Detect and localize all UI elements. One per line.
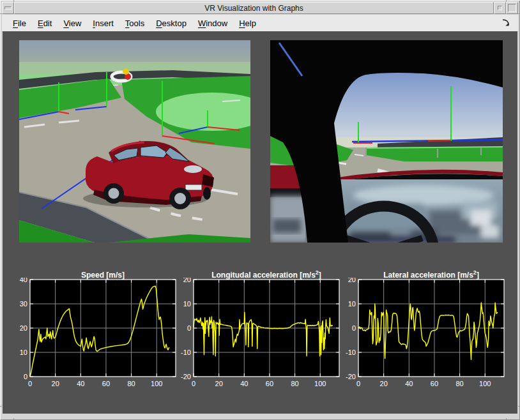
vr-scene-exterior[interactable] <box>19 40 250 243</box>
title-row: VR Visualization with Graphs <box>2 2 518 14</box>
window-title: VR Visualization with Graphs <box>204 4 303 13</box>
menu-item-insert[interactable]: Insert <box>93 19 114 28</box>
maximize-button[interactable] <box>506 2 518 14</box>
y-tick-label: -20 <box>181 373 191 380</box>
driver-scene-image <box>270 40 503 243</box>
menu-item-edit[interactable]: Edit <box>38 19 52 28</box>
x-tick-label: 80 <box>127 380 135 387</box>
menu-item-tools[interactable]: Tools <box>125 19 144 28</box>
x-tick-label: 40 <box>77 380 84 387</box>
longitudinal-acceleration-plot: 020406080100-20-1001020 <box>180 278 343 391</box>
car-headlight <box>184 165 202 173</box>
y-tick-label: 10 <box>20 349 27 356</box>
minimize-icon <box>498 6 502 10</box>
x-tick-label: 20 <box>380 380 388 387</box>
x-tick-label: 40 <box>405 380 413 387</box>
x-tick-label: 80 <box>455 380 463 387</box>
menu-item-help[interactable]: Help <box>239 19 256 28</box>
window-menu-icon <box>4 6 11 10</box>
y-tick-label: 20 <box>348 278 356 283</box>
dock-figure-icon[interactable] <box>500 17 512 29</box>
window: VR Visualization with Graphs FileEditVie… <box>0 0 520 420</box>
y-tick-label: 30 <box>20 300 27 308</box>
menu-item-desktop[interactable]: Desktop <box>156 19 187 28</box>
window-menu-button[interactable] <box>2 2 14 14</box>
y-tick-label: 20 <box>183 278 191 283</box>
y-tick-label: 40 <box>20 278 27 283</box>
y-tick-label: 0 <box>352 324 356 332</box>
front-wheel-rim <box>174 193 186 204</box>
menubar: FileEditViewInsertToolsDesktopWindowHelp <box>2 15 518 32</box>
x-tick-label: 80 <box>291 380 298 387</box>
x-tick-label: 60 <box>431 380 438 387</box>
speed-plot: 020406080100010203040 <box>16 278 180 391</box>
x-tick-label: 100 <box>314 380 326 387</box>
y-tick-label: 0 <box>187 324 191 332</box>
y-tick-label: -20 <box>346 373 356 380</box>
x-tick-label: 100 <box>151 380 162 387</box>
y-tick-label: 0 <box>24 373 27 380</box>
x-tick-label: 40 <box>240 380 248 387</box>
menu-item-file[interactable]: File <box>13 19 26 28</box>
x-tick-label: 0 <box>192 380 195 387</box>
x-tick-label: 60 <box>266 380 273 387</box>
y-tick-label: 10 <box>183 300 191 308</box>
door-shadow <box>273 219 301 233</box>
x-tick-label: 0 <box>356 380 360 387</box>
titlebar[interactable]: VR Visualization with Graphs <box>14 2 494 14</box>
x-tick-label: 0 <box>28 380 32 387</box>
far-wheel <box>203 187 211 200</box>
speed-chart: Speed [m/s] 020406080100010203040 <box>16 267 180 393</box>
menu-item-window[interactable]: Window <box>198 19 227 28</box>
maximize-icon <box>508 4 516 12</box>
y-tick-label: 20 <box>20 324 27 332</box>
chart-title: Speed [m/s] <box>30 267 176 278</box>
lateral-acceleration-plot: 020406080100-20-1001020 <box>344 278 508 391</box>
lateral-acceleration-chart: Lateral acceleration [m/s2] 020406080100… <box>344 267 508 393</box>
x-tick-label: 20 <box>215 380 223 387</box>
license-plate <box>185 184 202 190</box>
vr-scene-driver[interactable] <box>270 40 503 243</box>
menu-item-view[interactable]: View <box>63 19 81 28</box>
chart-title: Longitudal acceleration [m/s2] <box>194 267 339 278</box>
x-tick-label: 100 <box>479 380 491 387</box>
menubar-items: FileEditViewInsertToolsDesktopWindowHelp <box>2 19 500 28</box>
longitudinal-acceleration-chart: Longitudal acceleration [m/s2] 020406080… <box>180 267 343 393</box>
x-tick-label: 60 <box>102 380 110 387</box>
y-tick-label: 10 <box>348 300 356 308</box>
figure-canvas: Speed [m/s] 020406080100010203040 Longit… <box>3 31 517 414</box>
frame-notch <box>0 406 2 407</box>
y-tick-label: -10 <box>346 349 356 356</box>
y-tick-label: -10 <box>181 349 191 356</box>
exterior-scene-image <box>19 40 250 243</box>
chart-title: Lateral acceleration [m/s2] <box>358 267 504 278</box>
rear-wheel-rim <box>109 188 119 199</box>
minimize-button[interactable] <box>494 2 506 14</box>
x-tick-label: 20 <box>52 380 59 387</box>
